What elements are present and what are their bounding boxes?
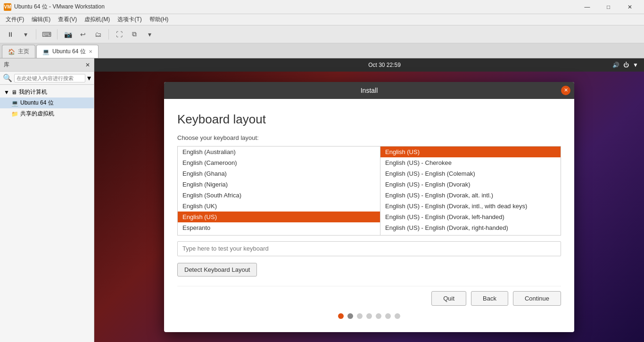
volume-icon[interactable]: 🔊: [612, 62, 619, 68]
list-item[interactable]: English (US) - Cherokee: [380, 157, 561, 168]
toolbar-view-dropdown[interactable]: ▾: [143, 28, 156, 41]
list-item[interactable]: English (Australian): [178, 147, 380, 157]
list-item[interactable]: English (US) - English (Dvorak, intl., w…: [380, 201, 561, 212]
menu-view[interactable]: 查看(V): [54, 15, 81, 24]
keyboard-test-input[interactable]: [177, 241, 561, 256]
layout-list-left[interactable]: English (Australian) English (Cameroon) …: [178, 147, 380, 235]
sidebar-header: 库 ✕: [0, 58, 94, 72]
list-item[interactable]: Estonian: [178, 233, 380, 235]
tab-ubuntu[interactable]: 💻 Ubuntu 64 位 ✕: [36, 45, 99, 58]
computer-icon: 🖥: [11, 89, 17, 96]
toolbar-power-btn[interactable]: ⏸: [4, 28, 17, 41]
vmware-titlebar: VM Ubuntu 64 位 - VMware Workstation — □ …: [0, 0, 644, 14]
search-input[interactable]: [14, 74, 85, 82]
list-item-selected[interactable]: English (US): [380, 147, 561, 157]
tree-label-my-computer: 我的计算机: [19, 88, 47, 96]
tab-home[interactable]: 🏠 主页: [2, 45, 35, 58]
dialog-titlebar: Install ✕: [164, 82, 574, 99]
search-dropdown-icon[interactable]: ▾: [87, 73, 91, 82]
list-item[interactable]: Esperanto: [178, 222, 380, 233]
list-item[interactable]: English (US) - English (Colemak): [380, 168, 561, 179]
menu-file[interactable]: 文件(F): [2, 15, 28, 24]
tree-label-shared-vm: 共享的虚拟机: [20, 110, 54, 118]
ubuntu-topbar: Oct 30 22:59 🔊 ⏻ ▼: [94, 58, 644, 72]
toolbar-revert[interactable]: ↩: [76, 28, 90, 41]
dialog-footer: Quit Back Continue: [177, 286, 561, 306]
progress-dot-4: [366, 313, 372, 319]
list-item[interactable]: English (Cameroon): [178, 157, 380, 168]
close-button[interactable]: ✕: [619, 0, 640, 14]
list-item[interactable]: English (US) - English (Dvorak): [380, 179, 561, 190]
power-icon[interactable]: ⏻: [623, 62, 629, 68]
menu-vm[interactable]: 虚拟机(M): [81, 15, 114, 24]
toolbar-fullscreen[interactable]: ⛶: [113, 28, 126, 41]
sidebar-title: 库: [4, 61, 9, 69]
home-icon: 🏠: [8, 49, 15, 55]
sidebar-tree: ▼ 🖥 我的计算机 💻 Ubuntu 64 位 📁 共享的虚拟机: [0, 85, 94, 342]
sidebar-search: 🔍 ▾: [0, 72, 94, 85]
toolbar-snapshot[interactable]: 📷: [61, 28, 74, 41]
list-item[interactable]: English (UK): [178, 201, 380, 212]
list-item[interactable]: English (Ghana): [178, 168, 380, 179]
progress-dot-5: [376, 313, 381, 319]
app-icon: VM: [4, 3, 11, 11]
tree-label-ubuntu: Ubuntu 64 位: [20, 99, 54, 107]
sidebar: 库 ✕ 🔍 ▾ ▼ 🖥 我的计算机 💻 Ubuntu 64 位 📁 共享的虚拟机: [0, 58, 94, 342]
dialog-title: Install: [361, 87, 378, 94]
vm-tree-icon: 💻: [11, 100, 18, 106]
progress-dots: [177, 306, 561, 323]
dialog-close-button[interactable]: ✕: [561, 86, 570, 95]
list-item[interactable]: English (Nigeria): [178, 179, 380, 190]
search-icon: 🔍: [3, 73, 12, 82]
maximize-button[interactable]: □: [598, 0, 619, 14]
dialog-body: Keyboard layout Choose your keyboard lay…: [164, 99, 574, 332]
progress-dot-1: [338, 313, 344, 319]
expand-icon: ▼: [4, 89, 9, 96]
layout-lists: English (Australian) English (Cameroon) …: [177, 146, 561, 236]
ubuntu-desktop: Install ✕ Keyboard layout Choose your ke…: [94, 72, 644, 342]
sidebar-close-icon[interactable]: ✕: [85, 62, 90, 68]
menu-help[interactable]: 帮助(H): [146, 15, 173, 24]
list-item[interactable]: English (South Africa): [178, 190, 380, 201]
menu-tabs[interactable]: 选项卡(T): [114, 15, 145, 24]
progress-dot-3: [357, 313, 363, 319]
ubuntu-topbar-right: 🔊 ⏻ ▼: [612, 62, 638, 68]
app-title: Ubuntu 64 位 - VMware Workstation: [14, 3, 577, 11]
list-item[interactable]: English (US) - English (Dvorak, alt. int…: [380, 190, 561, 201]
toolbar-send-ctrl-alt-del[interactable]: ⌨: [40, 28, 53, 41]
window-controls: — □ ✕: [577, 0, 640, 14]
vm-content[interactable]: Oct 30 22:59 🔊 ⏻ ▼ Install ✕ Keyboard la…: [94, 58, 644, 342]
toolbar-sep-3: [108, 29, 109, 40]
ubuntu-datetime: Oct 30 22:59: [368, 62, 401, 68]
tree-item-shared-vm[interactable]: 📁 共享的虚拟机: [0, 108, 94, 119]
dialog-page-title: Keyboard layout: [177, 112, 561, 127]
list-item-selected[interactable]: English (US): [178, 212, 380, 222]
toolbar-sep-2: [57, 29, 58, 40]
progress-dot-2: [347, 313, 353, 319]
toolbar-sep-1: [36, 29, 36, 40]
layout-list-right[interactable]: English (US) English (US) - Cherokee Eng…: [380, 147, 561, 235]
tab-close-icon[interactable]: ✕: [89, 49, 92, 54]
back-button[interactable]: Back: [471, 291, 508, 306]
tab-ubuntu-label: Ubuntu 64 位: [52, 48, 86, 56]
settings-dropdown-icon[interactable]: ▼: [633, 62, 638, 68]
menu-edit[interactable]: 编辑(E): [28, 15, 54, 24]
minimize-button[interactable]: —: [577, 0, 598, 14]
dialog-subtitle: Choose your keyboard layout:: [177, 134, 561, 141]
list-item[interactable]: English (US) - English (Dvorak, left-han…: [380, 212, 561, 222]
list-item[interactable]: English (US) - English (Macintosh): [380, 233, 561, 235]
menubar: 文件(F) 编辑(E) 查看(V) 虚拟机(M) 选项卡(T) 帮助(H): [0, 14, 644, 25]
tree-item-ubuntu[interactable]: 💻 Ubuntu 64 位: [0, 98, 94, 108]
install-dialog: Install ✕ Keyboard layout Choose your ke…: [164, 82, 574, 332]
toolbar: ⏸ ▾ ⌨ 📷 ↩ 🗂 ⛶ ⧉ ▾: [0, 25, 644, 43]
folder-icon: 📁: [11, 111, 18, 117]
list-item[interactable]: English (US) - English (Dvorak, right-ha…: [380, 222, 561, 233]
tree-item-my-computer[interactable]: ▼ 🖥 我的计算机: [0, 87, 94, 98]
toolbar-snapshot-mgr[interactable]: 🗂: [91, 28, 105, 41]
toolbar-power-dropdown[interactable]: ▾: [19, 28, 32, 41]
continue-button[interactable]: Continue: [513, 291, 561, 306]
vm-icon: 💻: [42, 49, 50, 55]
toolbar-unity[interactable]: ⧉: [128, 28, 141, 41]
quit-button[interactable]: Quit: [431, 291, 466, 306]
detect-keyboard-layout-button[interactable]: Detect Keyboard Layout: [177, 263, 257, 277]
